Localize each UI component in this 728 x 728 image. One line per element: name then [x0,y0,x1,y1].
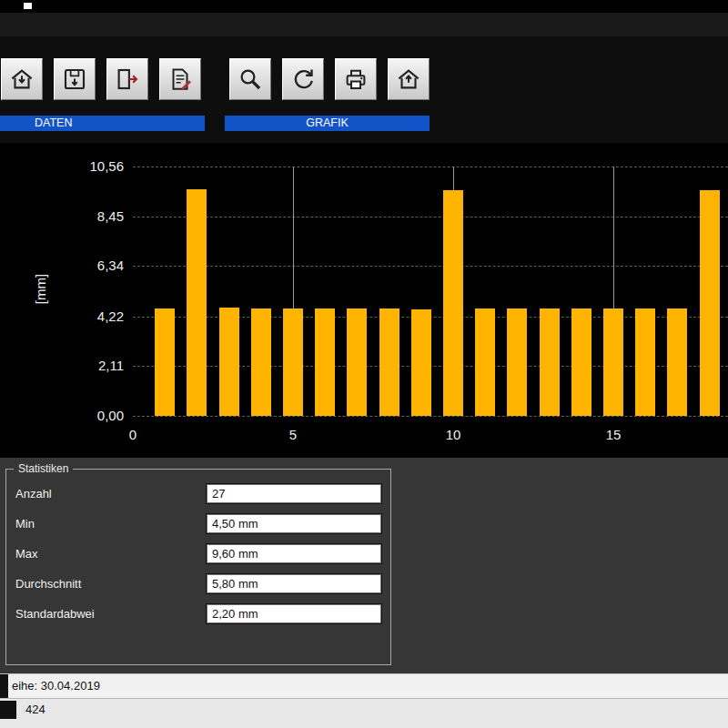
stat-input-max[interactable] [207,544,381,563]
stat-input-min[interactable] [207,514,381,533]
stat-label: Anzahl [15,487,207,500]
gridline-h [133,217,728,217]
x-tick-label: 10 [440,427,467,442]
chart-bar [700,190,720,416]
gridline-h [133,266,728,267]
chart-bar [475,308,495,416]
y-axis-label: [mm] [33,274,48,304]
stat-input-anzahl[interactable] [207,484,381,503]
groupbox-title: Statistiken [14,462,73,475]
title-bar [0,13,728,36]
chart-bar [251,308,271,416]
exit-button[interactable] [106,58,148,100]
chart-bar [507,308,527,416]
stat-row: Anzahl [15,484,381,503]
stat-row: Standardabwei [15,604,381,623]
group-label-grafik: GRAFIK [225,116,430,131]
bar-chart: [mm] 0,002,114,226,348,4510,56051015 [0,143,728,458]
stat-input-standardabwei[interactable] [207,604,381,623]
chart-bar [347,308,367,416]
home-import-button[interactable] [1,58,43,100]
chart-bar [155,308,175,416]
chart-bar [315,308,335,416]
chart-bar [443,190,463,416]
stat-row: Durchschnitt [15,574,381,593]
exit-icon [114,66,141,93]
zoom-icon [237,66,264,93]
print-icon [342,66,369,93]
report-icon [167,66,194,93]
status-bar: eihe: 30.04.2019 [0,673,728,698]
report-button[interactable] [159,58,201,100]
statistics-fields: AnzahlMinMaxDurchschnittStandardabwei [15,484,381,634]
gridline-h [133,167,728,167]
x-tick-label: 5 [279,427,307,442]
home-import-icon [8,66,35,93]
statistics-groupbox: Statistiken AnzahlMinMaxDurchschnittStan… [5,469,391,665]
chart-bar [219,308,239,416]
y-tick-label: 6,34 [64,258,124,273]
stat-label: Durchschnitt [15,577,207,591]
save-export-button[interactable] [54,58,96,100]
stat-label: Min [15,517,207,531]
group-label-daten: DATEN [0,116,205,131]
window-mark [24,3,32,9]
stat-label: Standardabwei [15,607,207,621]
top-strip [0,0,728,13]
status-block-icon-2 [0,701,16,719]
y-tick-label: 8,45 [64,208,124,224]
chart-bar [667,308,687,416]
status-bar-2: 424 [0,698,728,728]
y-tick-label: 2,11 [64,358,124,373]
home-view-icon [395,66,422,93]
print-button[interactable] [335,58,377,100]
chart-bar [187,189,207,416]
status-text-2: 424 [25,703,46,716]
status-text: eihe: 30.04.2019 [12,679,100,693]
refresh-icon [289,66,317,93]
zoom-button[interactable] [229,58,271,100]
chart-bar [379,308,399,416]
chart-bar [283,308,303,416]
chart-bar [635,308,655,416]
refresh-button[interactable] [282,58,324,100]
toolbar: DATEN GRAFIK [0,36,728,143]
gridline-h [133,416,728,417]
y-tick-label: 10,56 [64,158,124,174]
save-export-icon [61,66,88,93]
stat-label: Max [15,547,207,561]
stat-row: Min [15,514,381,533]
stat-input-durchschnitt[interactable] [207,574,381,593]
x-tick-label: 0 [119,427,147,442]
y-tick-label: 4,22 [64,308,124,324]
chart-bar [571,308,592,416]
y-tick-label: 0,00 [64,408,124,423]
bottom-panel: Statistiken AnzahlMinMaxDurchschnittStan… [0,458,728,673]
chart-bar [411,309,431,416]
stat-row: Max [15,544,381,563]
home-view-button[interactable] [388,58,430,100]
x-tick-label: 15 [600,427,627,442]
app-window: DATEN GRAFIK [mm] 0,002,114,226,348,4510… [0,0,728,728]
status-block-icon [0,674,8,698]
chart-bar [540,308,560,416]
chart-bar [603,308,623,416]
